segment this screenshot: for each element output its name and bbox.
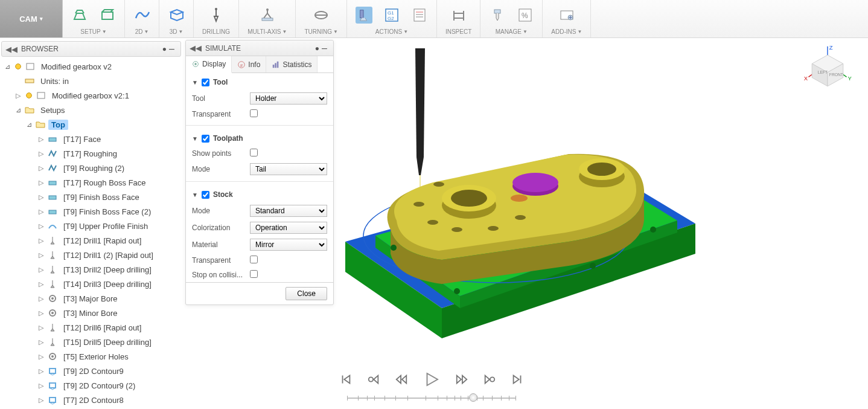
expand-icon[interactable]: ▷	[37, 382, 45, 390]
toolbar-icon[interactable]	[99, 7, 116, 24]
expand-icon[interactable]: ▷	[37, 353, 45, 361]
toolbar-icon[interactable]	[71, 7, 88, 24]
operation-row[interactable]: ▷[T9] 2D Contour9	[4, 364, 182, 378]
expand-icon[interactable]: ⊿	[4, 63, 11, 71]
expand-icon[interactable]: ▷	[37, 338, 45, 346]
material-select[interactable]: Mirror	[250, 239, 327, 251]
expand-icon[interactable]: ▷	[14, 92, 22, 100]
operation-row[interactable]: ▷[T17] Roughing	[4, 146, 182, 161]
toolbar-icon[interactable]	[208, 7, 225, 24]
tool-transparent-checkbox[interactable]	[250, 109, 258, 117]
collapse-icon[interactable]: ◀◀	[5, 45, 18, 54]
toolbar-group-label[interactable]: 3D▼	[170, 28, 183, 35]
toolbar-group-label[interactable]: 2D▼	[135, 28, 149, 35]
operation-row[interactable]: ▷[T9] 2D Contour9 (2)	[4, 378, 182, 393]
toolbar-group-label[interactable]: SETUP▼	[80, 28, 106, 35]
toolbar-group-label[interactable]: ACTIONS▼	[375, 28, 408, 35]
step-back-button[interactable]	[367, 373, 380, 386]
viewcube[interactable]: Z X Y LEFT FRONT	[802, 43, 854, 95]
collapse-icon[interactable]: ◀◀	[190, 43, 202, 53]
tree-root[interactable]: ⊿ Modified gearbox v2	[4, 59, 182, 74]
tool-select[interactable]: Holder	[250, 92, 327, 105]
rewind-button[interactable]	[395, 373, 408, 386]
expand-icon[interactable]: ▷	[37, 179, 45, 187]
toolbar-icon[interactable]: %	[517, 7, 534, 24]
part-model[interactable]	[339, 48, 705, 350]
toolbar-group-label[interactable]: ADD-INS▼	[551, 28, 582, 35]
toolbar-icon[interactable]	[313, 7, 330, 24]
toolbar-group-label[interactable]: TURNING▼	[304, 28, 337, 35]
panel-options-icon[interactable]: ●	[162, 45, 167, 53]
expand-icon[interactable]: ▷	[37, 222, 45, 230]
toolbar-icon[interactable]	[558, 7, 575, 24]
colorization-select[interactable]: Operation	[250, 222, 327, 234]
operation-row[interactable]: ▷[T3] Major Bore	[4, 291, 182, 306]
operation-row[interactable]: ▷[T7] 2D Contour8	[4, 393, 182, 407]
toolbar-icon[interactable]: G1G2	[383, 7, 400, 24]
expand-icon[interactable]: ▷	[37, 237, 45, 245]
tab-display[interactable]: Display	[186, 56, 232, 73]
toolpath-mode-select[interactable]: Tail	[250, 163, 327, 175]
toolbar-group-label[interactable]: INSPECT	[445, 28, 471, 35]
expand-icon[interactable]: ⊿	[14, 106, 22, 114]
section-tool[interactable]: ▼Tool	[186, 73, 333, 90]
fastforward-button[interactable]	[455, 373, 468, 386]
workspace-mode-button[interactable]: CAM ▾	[0, 0, 63, 37]
panel-options-icon[interactable]: ●	[315, 44, 319, 53]
tree-units[interactable]: Units: in	[4, 74, 182, 88]
chevron-down-icon[interactable]: ▼	[192, 135, 198, 142]
expand-icon[interactable]: ▷	[37, 251, 45, 259]
tree-setups[interactable]: ⊿ Setups	[4, 103, 182, 117]
toolbar-icon[interactable]	[259, 7, 276, 24]
toolbar-group-label[interactable]: DRILLING	[202, 28, 230, 35]
operation-row[interactable]: ▷[T12] Drill1 [Rapid out]	[4, 233, 182, 248]
expand-icon[interactable]: ▷	[37, 280, 45, 288]
section-toolpath[interactable]: ▼Toolpath	[186, 129, 333, 146]
expand-icon[interactable]: ▷	[37, 295, 45, 303]
expand-icon[interactable]: ⊿	[25, 121, 33, 129]
chevron-down-icon[interactable]: ▼	[192, 192, 198, 198]
stop-collision-checkbox[interactable]	[250, 270, 258, 278]
toolbar-icon[interactable]	[356, 7, 372, 24]
close-button[interactable]: Close	[286, 287, 327, 300]
tool-enable-checkbox[interactable]	[202, 79, 209, 86]
operation-row[interactable]: ▷[T14] Drill3 [Deep drilling]	[4, 277, 182, 291]
operation-row[interactable]: ▷[T12] Drill6 [Rapid out]	[4, 320, 182, 335]
expand-icon[interactable]: ▷	[37, 208, 45, 216]
play-button[interactable]	[423, 370, 441, 388]
stock-mode-select[interactable]: Standard	[250, 205, 327, 217]
skip-end-button[interactable]	[511, 373, 524, 386]
expand-icon[interactable]: ▷	[37, 193, 45, 201]
toolbar-group-label[interactable]: MULTI-AXIS▼	[247, 28, 287, 35]
expand-icon[interactable]: ▷	[37, 309, 45, 317]
tab-statistics[interactable]: Statistics	[266, 56, 318, 72]
operation-row[interactable]: ▷[T3] Minor Bore	[4, 306, 182, 320]
expand-icon[interactable]: ▷	[37, 135, 45, 143]
expand-icon[interactable]: ▷	[37, 150, 45, 158]
showpoints-checkbox[interactable]	[250, 149, 258, 156]
tree-component[interactable]: ▷ Modified gearbox v2:1	[4, 88, 182, 103]
operation-row[interactable]: ▷[T9] Finish Boss Face	[4, 190, 182, 204]
operation-row[interactable]: ▷[T9] Roughing (2)	[4, 161, 182, 175]
tree-setup-top[interactable]: ⊿ Top	[4, 117, 182, 132]
toolbar-icon[interactable]	[133, 7, 150, 24]
panel-min-icon[interactable]: –	[322, 46, 327, 51]
operation-row[interactable]: ▷[T17] Rough Boss Face	[4, 175, 182, 190]
expand-icon[interactable]: ▷	[37, 324, 45, 332]
panel-min-icon[interactable]: –	[169, 47, 174, 51]
toolbar-group-label[interactable]: MANAGE▼	[496, 28, 528, 35]
toolbar-icon[interactable]	[411, 7, 428, 24]
operation-row[interactable]: ▷[T9] Finish Boss Face (2)	[4, 204, 182, 219]
operation-row[interactable]: ▷[T13] Drill2 [Deep drilling]	[4, 262, 182, 277]
toolbar-icon[interactable]	[450, 7, 467, 24]
toolbar-icon[interactable]	[489, 7, 506, 24]
chevron-down-icon[interactable]: ▼	[192, 79, 198, 86]
toolpath-enable-checkbox[interactable]	[202, 135, 209, 143]
step-forward-button[interactable]	[483, 373, 496, 386]
expand-icon[interactable]: ▷	[37, 266, 45, 274]
section-stock[interactable]: ▼Stock	[186, 185, 333, 202]
operation-row[interactable]: ▷[T15] Drill5 [Deep drilling]	[4, 335, 182, 349]
operation-row[interactable]: ▷[T5] Exterior Holes	[4, 349, 182, 364]
tab-info[interactable]: #Info	[232, 56, 266, 72]
skip-start-button[interactable]	[339, 373, 353, 386]
